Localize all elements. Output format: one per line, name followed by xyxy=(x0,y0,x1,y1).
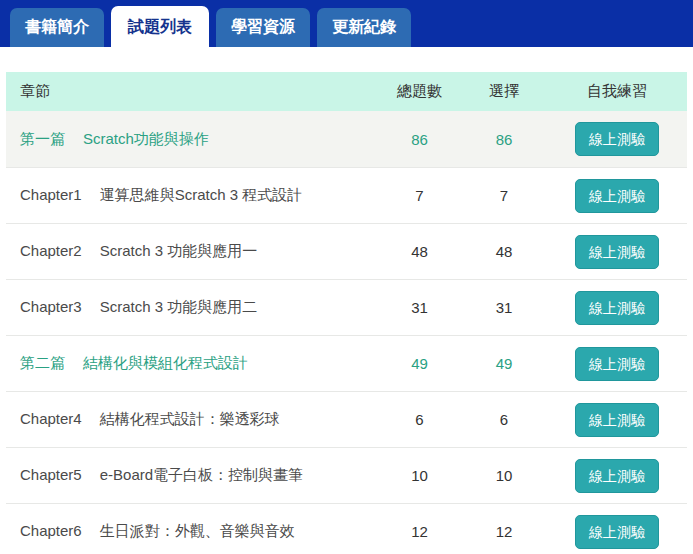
total-questions: 10 xyxy=(378,467,461,484)
chapter-name-cell: Chapter6生日派對：外觀、音樂與音效 xyxy=(6,522,378,541)
chapter-label: 第二篇 xyxy=(20,354,65,371)
header-chapter: 章節 xyxy=(6,82,378,101)
choice-count: 7 xyxy=(461,187,547,204)
choice-count: 48 xyxy=(461,243,547,260)
table-row: Chapter3Scratch 3 功能與應用二 31 31 線上測驗 xyxy=(6,279,687,335)
choice-count: 86 xyxy=(461,131,547,148)
header-practice: 自我練習 xyxy=(547,82,687,101)
chapter-title: Scratch功能與操作 xyxy=(83,130,209,147)
chapter-title: 結構化與模組化程式設計 xyxy=(83,354,248,371)
chapter-label: Chapter4 xyxy=(20,410,82,427)
total-questions: 49 xyxy=(378,355,461,372)
online-quiz-button[interactable]: 線上測驗 xyxy=(575,403,659,437)
chapter-name-cell: Chapter5e-Board電子白板：控制與畫筆 xyxy=(6,466,378,485)
practice-cell: 線上測驗 xyxy=(547,179,687,213)
choice-count: 10 xyxy=(461,467,547,484)
table-row: 第二篇結構化與模組化程式設計 49 49 線上測驗 xyxy=(6,335,687,391)
practice-cell: 線上測驗 xyxy=(547,403,687,437)
chapter-name-cell: Chapter4結構化程式設計：樂透彩球 xyxy=(6,410,378,429)
header-choice: 選擇 xyxy=(461,82,547,101)
chapter-title: Scratch 3 功能與應用一 xyxy=(100,242,258,259)
table-row: Chapter4結構化程式設計：樂透彩球 6 6 線上測驗 xyxy=(6,391,687,447)
chapter-label: Chapter6 xyxy=(20,522,82,539)
practice-cell: 線上測驗 xyxy=(547,235,687,269)
chapter-table: 章節 總題數 選擇 自我練習 第一篇Scratch功能與操作 86 86 線上測… xyxy=(6,72,687,554)
chapter-title: Scratch 3 功能與應用二 xyxy=(100,298,258,315)
tab-book-intro[interactable]: 書籍簡介 xyxy=(10,8,104,47)
online-quiz-button[interactable]: 線上測驗 xyxy=(575,235,659,269)
tab-bar: 書籍簡介試題列表學習資源更新紀錄 xyxy=(0,0,693,47)
chapter-name-cell: Chapter2Scratch 3 功能與應用一 xyxy=(6,242,378,261)
chapter-name-cell: Chapter3Scratch 3 功能與應用二 xyxy=(6,298,378,317)
chapter-label: Chapter2 xyxy=(20,242,82,259)
total-questions: 31 xyxy=(378,299,461,316)
chapter-name-cell: 第二篇結構化與模組化程式設計 xyxy=(6,354,378,373)
total-questions: 48 xyxy=(378,243,461,260)
online-quiz-button[interactable]: 線上測驗 xyxy=(575,122,659,156)
chapter-name-cell: 第一篇Scratch功能與操作 xyxy=(6,130,378,149)
online-quiz-button[interactable]: 線上測驗 xyxy=(575,515,659,549)
chapter-title: e-Board電子白板：控制與畫筆 xyxy=(100,466,303,483)
header-total: 總題數 xyxy=(378,82,461,101)
tab-question-list[interactable]: 試題列表 xyxy=(111,6,209,47)
chapter-title: 運算思維與Scratch 3 程式設計 xyxy=(100,186,303,203)
online-quiz-button[interactable]: 線上測驗 xyxy=(575,459,659,493)
table-row: 第一篇Scratch功能與操作 86 86 線上測驗 xyxy=(6,111,687,167)
online-quiz-button[interactable]: 線上測驗 xyxy=(575,291,659,325)
practice-cell: 線上測驗 xyxy=(547,347,687,381)
online-quiz-button[interactable]: 線上測驗 xyxy=(575,347,659,381)
practice-cell: 線上測驗 xyxy=(547,291,687,325)
total-questions: 6 xyxy=(378,411,461,428)
chapter-title: 生日派對：外觀、音樂與音效 xyxy=(100,522,295,539)
chapter-name-cell: Chapter1運算思維與Scratch 3 程式設計 xyxy=(6,186,378,205)
chapter-label: Chapter3 xyxy=(20,298,82,315)
choice-count: 6 xyxy=(461,411,547,428)
chapter-label: 第一篇 xyxy=(20,130,65,147)
practice-cell: 線上測驗 xyxy=(547,459,687,493)
table-body: 第一篇Scratch功能與操作 86 86 線上測驗 Chapter1運算思維與… xyxy=(6,111,687,554)
chapter-label: Chapter5 xyxy=(20,466,82,483)
practice-cell: 線上測驗 xyxy=(547,515,687,549)
choice-count: 49 xyxy=(461,355,547,372)
tab-learning-resources[interactable]: 學習資源 xyxy=(216,8,310,47)
table-row: Chapter6生日派對：外觀、音樂與音效 12 12 線上測驗 xyxy=(6,503,687,554)
choice-count: 31 xyxy=(461,299,547,316)
practice-cell: 線上測驗 xyxy=(547,122,687,156)
choice-count: 12 xyxy=(461,523,547,540)
table-header-row: 章節 總題數 選擇 自我練習 xyxy=(6,72,687,111)
chapter-title: 結構化程式設計：樂透彩球 xyxy=(100,410,280,427)
online-quiz-button[interactable]: 線上測驗 xyxy=(575,179,659,213)
chapter-label: Chapter1 xyxy=(20,186,82,203)
table-row: Chapter2Scratch 3 功能與應用一 48 48 線上測驗 xyxy=(6,223,687,279)
table-row: Chapter5e-Board電子白板：控制與畫筆 10 10 線上測驗 xyxy=(6,447,687,503)
tab-update-log[interactable]: 更新紀錄 xyxy=(317,8,411,47)
total-questions: 7 xyxy=(378,187,461,204)
table-row: Chapter1運算思維與Scratch 3 程式設計 7 7 線上測驗 xyxy=(6,167,687,223)
total-questions: 86 xyxy=(378,131,461,148)
total-questions: 12 xyxy=(378,523,461,540)
